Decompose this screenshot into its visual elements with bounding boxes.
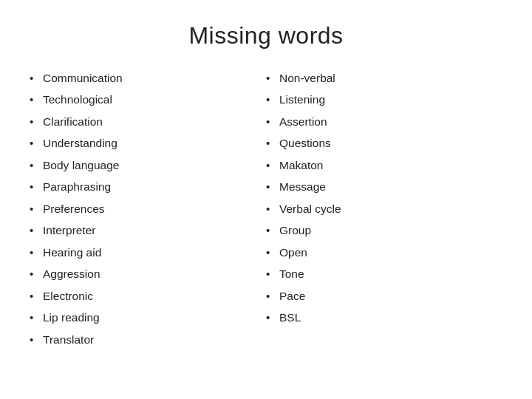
list-item-text: Makaton — [279, 157, 323, 174]
list-item-text: BSL — [279, 310, 301, 326]
list-item-text: Questions — [279, 135, 331, 151]
content-area: •Communication•Technological•Clarificati… — [30, 70, 502, 384]
list-item-text: Hearing aid — [43, 245, 101, 261]
bullet-icon: • — [266, 157, 273, 174]
bullet-icon: • — [266, 288, 273, 304]
list-item: •Open — [266, 245, 502, 261]
list-item-text: Communication — [43, 70, 123, 86]
page: Missing words •Communication•Technologic… — [0, 0, 532, 399]
bullet-icon: • — [266, 222, 273, 239]
list-item-text: Pace — [279, 288, 305, 304]
list-item: •Understanding — [30, 135, 266, 151]
page-title: Missing words — [30, 22, 502, 50]
list-item-text: Open — [279, 245, 307, 261]
list-item-text: Body language — [43, 157, 119, 174]
bullet-icon: • — [30, 135, 37, 151]
list-item: •Aggression — [30, 266, 266, 282]
list-item: •Pace — [266, 288, 502, 304]
list-item: •BSL — [266, 310, 502, 326]
list-item-text: Electronic — [43, 288, 93, 304]
bullet-icon: • — [30, 222, 37, 239]
list-item: •Makaton — [266, 157, 502, 174]
bullet-icon: • — [266, 266, 273, 282]
list-item: •Communication — [30, 70, 266, 86]
bullet-icon: • — [30, 332, 37, 348]
list-item-text: Listening — [279, 92, 325, 108]
bullet-icon: • — [30, 288, 37, 304]
list-item: •Preferences — [30, 201, 266, 217]
list-item: •Paraphrasing — [30, 179, 266, 195]
list-item: •Questions — [266, 135, 502, 151]
bullet-icon: • — [30, 179, 37, 195]
list-item-text: Understanding — [43, 135, 117, 151]
list-item: •Message — [266, 179, 502, 195]
list-item-text: Verbal cycle — [279, 201, 341, 217]
list-item: •Clarification — [30, 114, 266, 130]
bullet-icon: • — [30, 310, 37, 326]
list-item: •Assertion — [266, 114, 502, 130]
bullet-icon: • — [266, 92, 273, 108]
list-item-text: Lip reading — [43, 310, 100, 326]
list-item: •Electronic — [30, 288, 266, 304]
bullet-icon: • — [30, 201, 37, 217]
list-item: •Non-verbal — [266, 70, 502, 86]
bullet-icon: • — [266, 310, 273, 326]
list-item-text: Assertion — [279, 114, 327, 130]
right-column: •Non-verbal•Listening•Assertion•Question… — [266, 70, 502, 384]
bullet-icon: • — [30, 114, 37, 130]
list-item: •Interpreter — [30, 222, 266, 239]
bullet-icon: • — [30, 92, 37, 108]
bullet-icon: • — [30, 70, 37, 86]
list-item-text: Tone — [279, 266, 304, 282]
list-item: •Tone — [266, 266, 502, 282]
list-item-text: Preferences — [43, 201, 105, 217]
bullet-icon: • — [266, 135, 273, 151]
list-item-text: Non-verbal — [279, 70, 335, 86]
list-item: •Group — [266, 222, 502, 239]
bullet-icon: • — [30, 157, 37, 174]
bullet-icon: • — [266, 179, 273, 195]
list-item: •Lip reading — [30, 310, 266, 326]
right-list: •Non-verbal•Listening•Assertion•Question… — [266, 70, 502, 332]
list-item: •Technological — [30, 92, 266, 108]
list-item-text: Technological — [43, 92, 112, 108]
bullet-icon: • — [30, 245, 37, 261]
left-column: •Communication•Technological•Clarificati… — [30, 70, 266, 384]
list-item: •Verbal cycle — [266, 201, 502, 217]
list-item-text: Interpreter — [43, 222, 96, 239]
bullet-icon: • — [266, 70, 273, 86]
list-item-text: Clarification — [43, 114, 103, 130]
list-item: •Hearing aid — [30, 245, 266, 261]
list-item-text: Message — [279, 179, 326, 195]
bullet-icon: • — [30, 266, 37, 282]
left-list: •Communication•Technological•Clarificati… — [30, 70, 266, 353]
bullet-icon: • — [266, 114, 273, 130]
list-item: •Translator — [30, 332, 266, 348]
list-item-text: Paraphrasing — [43, 179, 111, 195]
list-item-text: Aggression — [43, 266, 100, 282]
list-item-text: Group — [279, 222, 311, 239]
list-item-text: Translator — [43, 332, 94, 348]
list-item: •Body language — [30, 157, 266, 174]
bullet-icon: • — [266, 245, 273, 261]
bullet-icon: • — [266, 201, 273, 217]
list-item: •Listening — [266, 92, 502, 108]
